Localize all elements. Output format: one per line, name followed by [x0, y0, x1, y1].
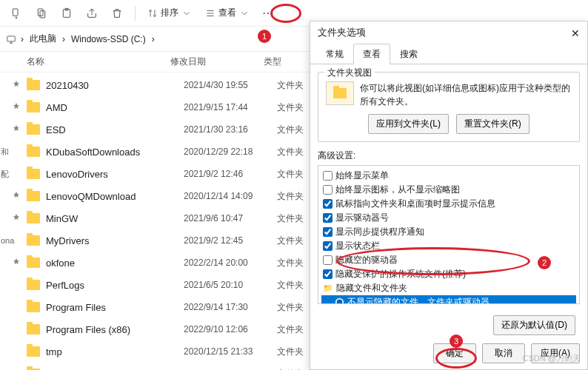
folder-icon	[27, 191, 40, 201]
file-name: AMD	[46, 102, 184, 113]
adv-option[interactable]: 显示驱动器号	[321, 211, 576, 225]
file-date: 2021/6/5 20:10	[184, 280, 277, 290]
svg-rect-2	[40, 10, 45, 17]
folder-icon	[27, 213, 40, 223]
pin-icon	[12, 124, 27, 135]
adv-option[interactable]: 始终显示图标，从不显示缩略图	[321, 183, 576, 197]
sort-label: 排序	[161, 7, 178, 19]
file-date: 2022/9/14 17:30	[184, 302, 277, 312]
ok-button[interactable]: 确定	[433, 343, 476, 363]
file-date: 2020/12/29 22:18	[184, 147, 277, 157]
folder-preview-icon	[326, 81, 354, 105]
file-date: 2021/9/15 17:44	[184, 102, 277, 112]
folder-icon	[27, 102, 40, 112]
group-legend: 文件夹视图	[324, 67, 375, 79]
file-name: LenovoQMDownload	[46, 191, 184, 202]
view-dropdown[interactable]: 查看	[201, 3, 254, 24]
close-button[interactable]: ✕	[567, 24, 584, 42]
tab-2[interactable]: 搜索	[390, 44, 427, 64]
dialog-title: 文件夹选项	[310, 21, 587, 44]
pin-icon	[12, 102, 27, 113]
col-name[interactable]: 名称	[27, 56, 170, 68]
folder-icon	[27, 302, 40, 312]
file-date: 2020/12/14 14:09	[184, 191, 277, 201]
svg-rect-1	[38, 9, 43, 16]
cancel-button[interactable]: 取消	[482, 343, 525, 363]
copy-button[interactable]	[31, 3, 52, 24]
adv-option[interactable]: 鼠标指向文件夹和桌面项时显示提示信息	[321, 197, 576, 211]
file-name: MinGW	[46, 213, 184, 224]
folder-icon	[27, 324, 40, 334]
file-date: 2021/1/30 23:16	[184, 124, 277, 135]
view-label: 查看	[218, 7, 236, 19]
folder-view-group: 文件夹视图 你可以将此视图(如详细信息或图标)应用于这种类型的所有文件夹。 应用…	[318, 72, 580, 142]
file-date: 2022/2/14 20:00	[184, 258, 277, 268]
file-name: okfone	[46, 258, 184, 269]
file-name: ESD	[46, 124, 184, 135]
pin-icon	[12, 191, 27, 202]
svg-rect-5	[7, 36, 16, 41]
folder-icon	[27, 147, 40, 157]
sort-dropdown[interactable]: 排序	[143, 3, 196, 24]
view-description: 你可以将此视图(如详细信息或图标)应用于这种类型的所有文件夹。	[360, 81, 572, 108]
crumb-drive[interactable]: Windows-SSD (C:)	[70, 34, 147, 44]
advanced-settings-list[interactable]: 始终显示菜单始终显示图标，从不显示缩略图鼠标指向文件夹和桌面项时显示提示信息显示…	[318, 165, 580, 304]
file-name: MyDrivers	[46, 235, 184, 246]
dialog-tabs: 常规查看搜索	[310, 44, 587, 64]
adv-option[interactable]: 始终显示菜单	[321, 169, 576, 183]
advanced-label: 高级设置:	[318, 149, 580, 162]
file-name: 20210430	[46, 80, 184, 91]
svg-rect-0	[13, 9, 18, 16]
adv-option[interactable]: 隐藏受保护的操作系统文件(推荐)	[321, 267, 576, 281]
crumb-root[interactable]: 此电脑	[28, 33, 58, 45]
file-name: KDubaSoftDownloads	[46, 147, 184, 158]
file-date: 2021/9/2 12:45	[184, 235, 277, 246]
paste-button[interactable]	[56, 3, 77, 24]
adv-option[interactable]: 📁隐藏文件和文件夹	[321, 281, 576, 295]
folder-icon	[27, 80, 40, 90]
file-name: PerfLogs	[46, 280, 184, 291]
folder-icon	[27, 169, 40, 179]
share-button[interactable]	[81, 3, 102, 24]
file-date: 2022/9/10 12:06	[184, 324, 277, 334]
pin-icon	[12, 258, 27, 269]
adv-option[interactable]: 显示同步提供程序通知	[321, 225, 576, 239]
file-date: 2020/12/15 21:33	[184, 346, 277, 357]
tab-0[interactable]: 常规	[316, 44, 353, 64]
file-name: tmp	[46, 346, 184, 357]
col-date[interactable]: 修改日期	[170, 56, 264, 68]
folder-icon	[27, 124, 40, 135]
folder-icon	[27, 235, 40, 246]
file-date: 2021/9/6 10:47	[184, 213, 277, 223]
folder-icon	[27, 258, 40, 268]
tab-1[interactable]: 查看	[353, 44, 390, 64]
new-item-button[interactable]	[6, 3, 27, 24]
reset-folders-button[interactable]: 重置文件夹(R)	[456, 114, 529, 134]
restore-defaults-button[interactable]: 还原为默认值(D)	[493, 315, 575, 335]
more-button[interactable]: ···	[258, 3, 279, 24]
watermark: CSDN @刀剑天	[523, 353, 581, 364]
file-name: LenovoDrivers	[46, 169, 184, 180]
adv-option[interactable]: 不显示隐藏的文件、文件夹或驱动器	[321, 295, 576, 304]
delete-button[interactable]	[107, 3, 127, 24]
pc-icon	[6, 34, 16, 44]
folder-options-dialog: 文件夹选项 ✕ 常规查看搜索 文件夹视图 你可以将此视图(如详细信息或图标)应用…	[310, 21, 588, 370]
file-date: 2021/4/30 19:55	[184, 80, 277, 90]
adv-option[interactable]: 隐藏空的驱动器	[321, 253, 576, 267]
col-type[interactable]: 类型	[264, 56, 308, 68]
folder-icon	[27, 280, 40, 290]
pin-icon	[12, 80, 27, 91]
pin-icon	[12, 213, 27, 224]
folder-icon	[27, 346, 40, 357]
adv-option[interactable]: 显示状态栏	[321, 239, 576, 253]
file-date: 2021/9/2 12:46	[184, 169, 277, 179]
apply-to-folders-button[interactable]: 应用到文件夹(L)	[368, 114, 449, 134]
file-name: Program Files	[46, 302, 184, 313]
file-name: Program Files (x86)	[46, 324, 184, 335]
